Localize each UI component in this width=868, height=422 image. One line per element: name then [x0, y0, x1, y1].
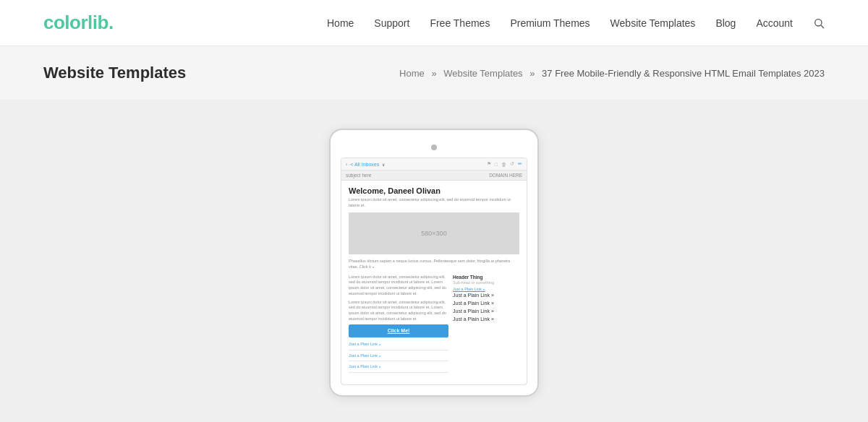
- logo[interactable]: colorlib.: [43, 12, 114, 34]
- logo-dot: .: [109, 12, 114, 33]
- tablet-camera: [431, 145, 437, 150]
- folder-icon: □: [495, 162, 498, 167]
- breadcrumb-home[interactable]: Home: [399, 68, 425, 79]
- nav-blog[interactable]: Blog: [715, 17, 736, 29]
- logo-text: colorlib: [43, 12, 109, 33]
- nav-free-themes[interactable]: Free Themes: [430, 17, 490, 29]
- breadcrumb-website-templates[interactable]: Website Templates: [443, 68, 522, 79]
- tablet-top-bar: [341, 145, 527, 150]
- left-link1: Just a Plain Link »: [349, 342, 448, 350]
- nav-account[interactable]: Account: [756, 17, 793, 29]
- email-toolbar-left: ‹ < All Inboxes ∨: [346, 162, 385, 167]
- left-link3: Just a Plain Link »: [349, 364, 448, 373]
- nav-website-templates[interactable]: Website Templates: [610, 17, 696, 29]
- back-arrow-icon: ‹: [346, 162, 347, 167]
- right-link1[interactable]: Just a Plain Link »: [453, 287, 519, 291]
- nav-home[interactable]: Home: [327, 17, 354, 29]
- breadcrumb: Home » Website Templates » 37 Free Mobil…: [399, 68, 825, 79]
- email-greeting: Welcome, Daneel Olivan: [349, 186, 519, 195]
- chevron-icon: ∨: [382, 162, 385, 167]
- right-links: Just a Plain Link » Just a Plain Link » …: [453, 293, 519, 322]
- email-body: Welcome, Daneel Olivan Lorem ipsum dolor…: [341, 181, 527, 384]
- page-title: Website Templates: [43, 64, 186, 82]
- right-header: Header Thing: [453, 275, 519, 280]
- left-para2: Lorem ipsum dolor sit amet, consectetur …: [349, 300, 448, 322]
- tablet-mockup: ‹ < All Inboxes ∨ ⚑ □ 🗑 ↺ ✏ subject here…: [329, 129, 539, 397]
- right-subhead: Sub-head or something: [453, 280, 519, 285]
- left-link2: Just a Plain Link »: [349, 353, 448, 362]
- trash-icon: 🗑: [501, 162, 506, 167]
- main-content: ‹ < All Inboxes ∨ ⚑ □ 🗑 ↺ ✏ subject here…: [0, 100, 868, 422]
- breadcrumb-sep2: »: [529, 68, 535, 79]
- header: colorlib. Home Support Free Themes Premi…: [0, 0, 868, 46]
- nav-support[interactable]: Support: [374, 17, 409, 29]
- breadcrumb-bar: Website Templates Home » Website Templat…: [0, 46, 868, 100]
- email-col-right: Header Thing Sub-head or something Just …: [453, 275, 519, 376]
- email-two-col: Lorem ipsum dolor sit amet, consectetur …: [349, 275, 519, 376]
- left-link-list: Just a Plain Link » Just a Plain Link » …: [349, 342, 448, 373]
- search-button[interactable]: [813, 17, 825, 29]
- refresh-icon: ↺: [510, 161, 514, 167]
- svg-point-0: [815, 19, 822, 25]
- breadcrumb-sep1: »: [431, 68, 436, 79]
- left-para1: Lorem ipsum dolor sit amet, consectetur …: [349, 275, 448, 297]
- flag-icon: ⚑: [487, 161, 491, 167]
- right-link2: Just a Plain Link »: [453, 293, 519, 298]
- email-domain: DOMAIN HERE: [489, 173, 522, 178]
- email-toolbar-right: ⚑ □ 🗑 ↺ ✏: [487, 161, 522, 167]
- svg-line-1: [821, 25, 823, 27]
- email-image-placeholder: 580×300: [349, 212, 519, 254]
- email-subject: subject here: [346, 173, 371, 178]
- right-link4: Just a Plain Link »: [453, 309, 519, 314]
- image-placeholder-label: 580×300: [421, 230, 446, 237]
- compose-icon: ✏: [518, 161, 522, 167]
- cta-button[interactable]: Click Me!: [349, 324, 448, 337]
- breadcrumb-current: 37 Free Mobile-Friendly & Responsive HTM…: [542, 68, 825, 79]
- main-nav: Home Support Free Themes Premium Themes …: [327, 17, 825, 29]
- email-toolbar: ‹ < All Inboxes ∨ ⚑ □ 🗑 ↺ ✏: [341, 158, 527, 171]
- right-link5: Just a Plain Link »: [453, 316, 519, 322]
- email-client: ‹ < All Inboxes ∨ ⚑ □ 🗑 ↺ ✏ subject here…: [341, 158, 527, 385]
- right-link3: Just a Plain Link »: [453, 301, 519, 306]
- all-inboxes-label: < All Inboxes: [350, 162, 379, 167]
- nav-premium-themes[interactable]: Premium Themes: [510, 17, 590, 29]
- email-intro: Lorem ipsum dolor sit amet, consectetur …: [349, 197, 519, 208]
- email-col-left: Lorem ipsum dolor sit amet, consectetur …: [349, 275, 448, 376]
- email-subject-bar: subject here DOMAIN HERE: [341, 171, 527, 181]
- email-para1: Phasellus dictum sapien a neque luctus c…: [349, 259, 519, 270]
